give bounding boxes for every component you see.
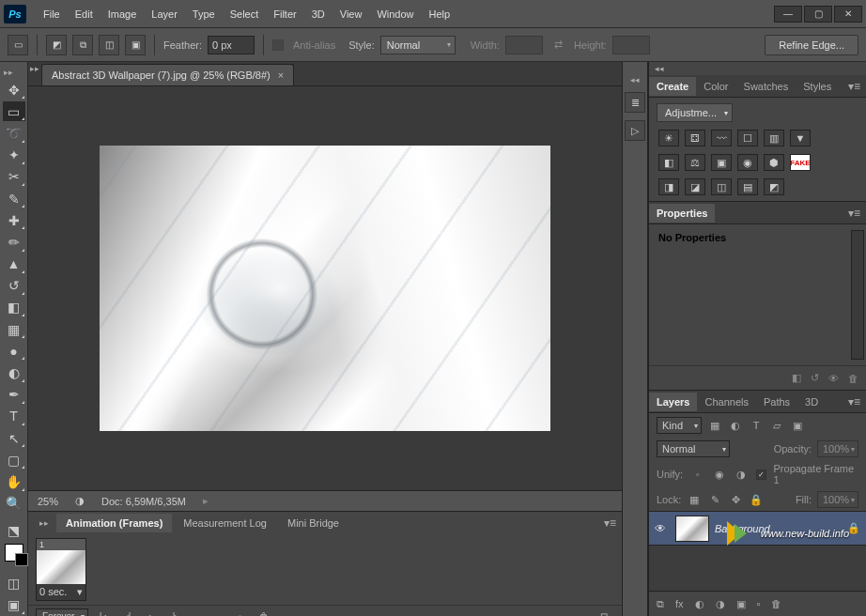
tab-styles[interactable]: Styles [796,77,839,96]
toolbox-collapse-icon[interactable]: ▸▸ [4,68,13,77]
panels-collapse-icon[interactable]: ◂◂ [649,62,866,75]
tab-mini-bridge[interactable]: Mini Bridge [278,514,348,532]
document-tab-close-icon[interactable]: × [278,69,284,81]
window-close-button[interactable]: ✕ [834,6,862,23]
menu-edit[interactable]: Edit [68,5,101,23]
loop-dropdown[interactable]: Forever [36,608,88,617]
menu-3d[interactable]: 3D [304,5,332,23]
menu-view[interactable]: View [332,5,370,23]
doc-size-info[interactable]: Doc: 6,59M/6,35M [101,496,186,507]
filter-type-icon[interactable]: T [749,418,764,433]
channel-mixer-icon[interactable]: ◉ [737,154,758,171]
unify-position-icon[interactable]: ◦ [690,467,704,482]
delete-frame-button[interactable]: 🗑 [254,608,274,617]
screenmode-toggle[interactable]: ▣ [3,595,25,615]
anim-panel-menu-icon[interactable]: ▾≡ [598,516,622,530]
tab-create[interactable]: Create [649,77,696,96]
status-preview-icon[interactable]: ◑ [75,495,85,507]
lock-transparency-icon[interactable]: ▦ [687,492,702,507]
posterize-icon[interactable]: ◪ [685,178,705,195]
status-flyout-icon[interactable]: ▸ [203,495,209,507]
opacity-input[interactable]: 100% [817,440,858,457]
menu-image[interactable]: Image [101,5,145,23]
fill-input[interactable]: 100% [817,491,858,508]
filter-smart-icon[interactable]: ▣ [790,418,805,433]
invert-icon[interactable]: ◨ [658,178,679,195]
properties-scrollbar[interactable] [851,230,864,360]
layer-thumbnail[interactable] [675,516,709,542]
pen-tool[interactable]: ✒ [3,385,25,405]
tab-properties[interactable]: Properties [649,204,715,223]
history-brush-tool[interactable]: ↺ [3,276,25,296]
menu-filter[interactable]: Filter [266,5,303,23]
refine-edge-button[interactable]: Refine Edge... [765,35,858,55]
blend-mode-dropdown[interactable]: Normal [657,440,730,457]
tab-measurement-log[interactable]: Measurement Log [174,514,276,532]
exposure-icon[interactable]: ☐ [737,130,758,146]
dodge-tool[interactable]: ◐ [3,362,25,382]
tab-animation-frames[interactable]: Animation (Frames) [56,514,172,532]
threshold-icon[interactable]: ◫ [711,178,732,195]
healing-tool[interactable]: ✚ [3,210,25,230]
move-tool[interactable]: ✥ [3,80,25,100]
menu-select[interactable]: Select [223,5,267,23]
dock-expand-icon[interactable]: ◂◂ [630,75,640,85]
new-selection-button[interactable]: ◩ [46,35,67,55]
type-tool[interactable]: T [3,407,25,426]
properties-menu-icon[interactable]: ▾≡ [843,207,866,220]
timeline-mode-toggle[interactable]: ⊟ [594,608,614,617]
add-selection-button[interactable]: ⧉ [72,35,93,55]
brightness-contrast-icon[interactable]: ☀ [658,130,679,146]
blur-tool[interactable]: ● [3,341,25,361]
quick-select-tool[interactable]: ✦ [3,146,25,165]
brush-tool[interactable]: ✏ [3,232,25,252]
panel-collapse-icon[interactable]: ▸▸ [30,64,39,73]
photo-filter-icon[interactable]: ▣ [711,154,732,171]
dock-icon-history[interactable]: ≣ [625,92,645,113]
filter-adjust-icon[interactable]: ◐ [728,418,743,433]
first-frame-button[interactable]: |◂ [92,608,113,617]
layer-visibility-icon[interactable]: 👁 [655,522,670,535]
intersect-selection-button[interactable]: ▣ [125,35,146,55]
layer-fx-icon[interactable]: fx [675,598,684,609]
next-frame-button[interactable]: |▸ [165,608,186,617]
frame-delay[interactable]: 0 sec.▾ [37,584,85,600]
tab-layers[interactable]: Layers [649,393,697,411]
duplicate-frame-button[interactable]: ▫ [229,608,250,617]
bw-icon[interactable]: ⚖ [685,154,705,171]
menu-layer[interactable]: Layer [144,5,185,23]
selective-color-icon[interactable]: ◩ [764,178,784,195]
menu-help[interactable]: Help [422,5,458,23]
prop-delete-icon[interactable]: 🗑 [848,373,858,384]
canvas-viewport[interactable] [28,86,622,490]
delete-layer-icon[interactable]: 🗑 [771,598,781,609]
lock-all-icon[interactable]: 🔒 [749,492,764,507]
new-group-icon[interactable]: ▣ [736,598,746,610]
menu-type[interactable]: Type [185,5,223,23]
layers-menu-icon[interactable]: ▾≡ [843,395,866,408]
marquee-tool[interactable]: ▭ [3,101,25,121]
filter-shape-icon[interactable]: ▱ [769,418,784,433]
stamp-tool[interactable]: ▲ [3,254,25,274]
prop-reset-icon[interactable]: ↺ [811,372,819,384]
adjustment-preset-dropdown[interactable]: Adjustme... [657,103,733,122]
new-fill-adjust-icon[interactable]: ◑ [716,598,725,610]
layer-name-label[interactable]: Background [715,523,842,534]
gradient-map-icon[interactable]: ▤ [737,178,758,195]
curves-icon[interactable]: 〰 [711,130,732,146]
prop-clip-icon[interactable]: ◧ [792,372,801,384]
window-maximize-button[interactable]: ▢ [804,6,832,23]
shape-tool[interactable]: ▢ [3,450,25,470]
play-button[interactable]: ▸ [141,608,162,617]
layer-row-background[interactable]: 👁 Background 🔒 [649,512,866,546]
tool-preset-picker[interactable]: ▭ [8,35,28,55]
zoom-tool[interactable]: 🔍 [3,494,25,514]
hue-sat-icon[interactable]: ▼ [790,130,811,146]
new-layer-icon[interactable]: ▫ [757,598,761,609]
prev-frame-button[interactable]: ◂| [116,608,137,617]
zoom-level[interactable]: 25% [38,496,58,507]
gradient-tool[interactable]: ▦ [3,319,25,339]
document-tab[interactable]: Abstract 3D Wallpaper (7).jpg @ 25% (RGB… [41,64,294,85]
tab-swatches[interactable]: Swatches [736,77,796,96]
lasso-tool[interactable]: ➰ [3,123,25,143]
